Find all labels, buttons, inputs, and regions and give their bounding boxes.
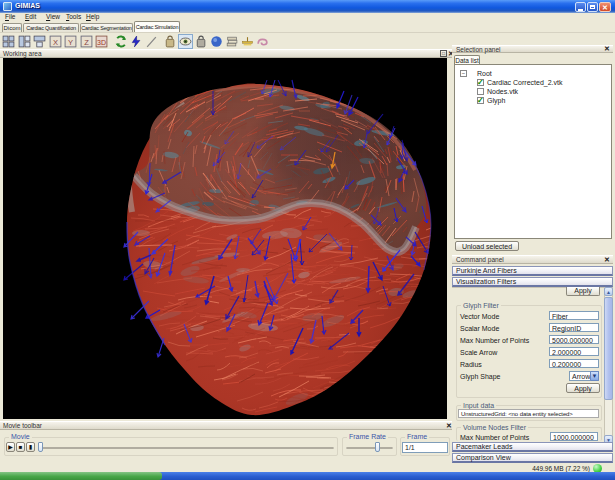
svg-text:Y: Y (68, 38, 73, 47)
svg-text:Z: Z (84, 38, 89, 47)
svg-text:X: X (52, 38, 57, 47)
svg-text:3D: 3D (97, 39, 106, 46)
